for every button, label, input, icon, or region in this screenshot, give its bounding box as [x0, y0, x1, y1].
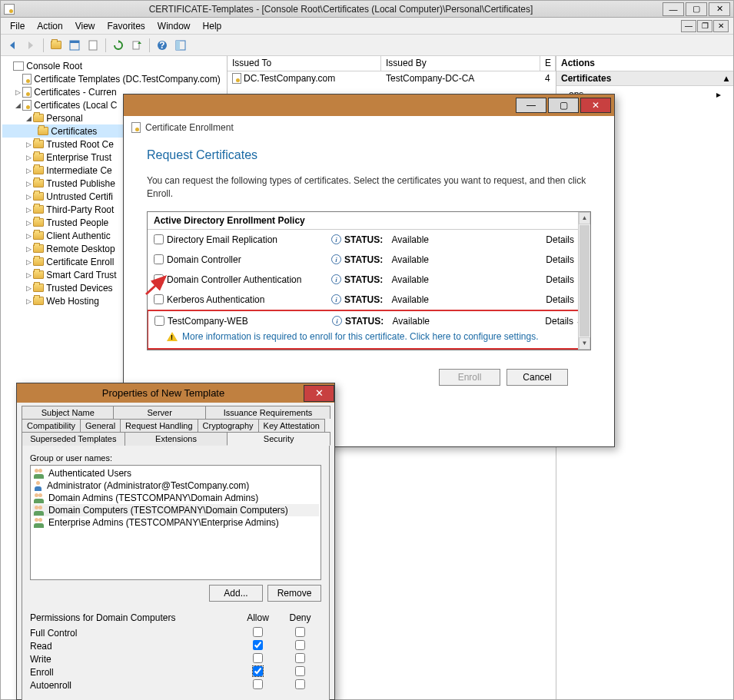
allow-checkbox[interactable] [253, 640, 263, 650]
menu-view[interactable]: View [69, 19, 101, 33]
allow-checkbox[interactable] [253, 627, 263, 637]
info-icon [331, 234, 341, 244]
user-row[interactable]: Authenticated Users [32, 467, 319, 479]
perm-row: Autoenroll [30, 678, 321, 692]
col-issued-by[interactable]: Issued By [381, 56, 540, 71]
users-icon [34, 506, 45, 516]
child-restore-button[interactable]: ❐ [697, 20, 712, 32]
collapse-icon: ▴ [724, 73, 729, 84]
minimize-button[interactable]: — [663, 2, 684, 16]
toolbar: ? [1, 35, 733, 56]
cancel-button[interactable]: Cancel [506, 369, 568, 386]
tab-issuance[interactable]: Issuance Requirements [205, 406, 330, 419]
user-row[interactable]: Domain Computers (TESTCOMPANY\Domain Com… [32, 504, 319, 516]
deny-checkbox[interactable] [295, 640, 305, 650]
user-row[interactable]: Enterprise Admins (TESTCOMPANY\Enterpris… [32, 516, 319, 529]
details-toggle[interactable]: Details⌄ [490, 316, 583, 327]
export-button[interactable] [128, 37, 145, 54]
cert-checkbox[interactable] [154, 254, 164, 264]
scroll-thumb[interactable] [580, 225, 590, 337]
users-list[interactable]: Authenticated Users Administrator (Admin… [30, 465, 321, 580]
options-button[interactable] [172, 37, 189, 54]
details-toggle[interactable]: Details⌄ [490, 294, 584, 305]
properties-titlebar[interactable]: Properties of New Template ✕ [17, 383, 334, 403]
scroll-down-button[interactable]: ▼ [579, 337, 590, 350]
tab-subject-name[interactable]: Subject Name [22, 406, 114, 419]
back-button[interactable] [4, 37, 21, 54]
dialog-maximize-button[interactable]: ▢ [548, 98, 579, 113]
tab-key-attestation[interactable]: Key Attestation [258, 419, 325, 432]
allow-checkbox[interactable] [253, 653, 263, 663]
tree-cert-templates[interactable]: Certificate Templates (DC.TestCompany.co… [2, 72, 225, 85]
export-list-button[interactable] [85, 37, 101, 54]
show-hide-tree-button[interactable] [66, 37, 83, 54]
tab-security[interactable]: Security [227, 432, 330, 446]
cert-row[interactable]: TestCompany-WEB STATUS: Available Detail… [148, 311, 590, 331]
enrollment-subtitle: Certificate Enrollment [124, 116, 614, 139]
properties-close-button[interactable]: ✕ [304, 385, 334, 402]
enroll-button[interactable]: Enroll [439, 369, 500, 386]
deny-checkbox[interactable] [295, 627, 305, 637]
menu-action[interactable]: Action [31, 19, 68, 33]
cert-icon [232, 73, 241, 84]
col-e[interactable]: E [540, 56, 556, 71]
dialog-minimize-button[interactable]: — [516, 98, 546, 113]
list-header: Issued To Issued By E [228, 56, 556, 71]
scroll-up-button[interactable]: ▲ [579, 212, 590, 224]
col-issued-to[interactable]: Issued To [228, 56, 381, 71]
forward-button[interactable] [22, 37, 39, 54]
tab-request-handling[interactable]: Request Handling [120, 419, 198, 432]
cert-checkbox[interactable] [154, 316, 164, 326]
tab-compatibility[interactable]: Compatibility [22, 419, 81, 432]
tab-superseded[interactable]: Superseded Templates [22, 432, 125, 446]
chevron-right-icon: ▸ [716, 89, 721, 100]
allow-checkbox[interactable] [253, 679, 263, 689]
details-toggle[interactable]: Details⌄ [490, 254, 584, 265]
cert-row[interactable]: Kerberos Authentication STATUS: Availabl… [148, 290, 590, 310]
tab-cryptography[interactable]: Cryptography [198, 419, 259, 432]
close-button[interactable]: ✕ [709, 2, 730, 16]
cert-checkbox[interactable] [154, 294, 164, 304]
refresh-button[interactable] [110, 37, 127, 54]
details-toggle[interactable]: Details⌄ [490, 234, 584, 245]
up-button[interactable] [48, 37, 65, 54]
help-button[interactable]: ? [154, 37, 171, 54]
user-row[interactable]: Domain Admins (TESTCOMPANY\Domain Admins… [32, 492, 319, 504]
enrollment-titlebar[interactable]: — ▢ ✕ [124, 95, 614, 116]
users-icon [34, 469, 45, 479]
details-toggle[interactable]: Details⌄ [490, 274, 584, 285]
tree-console-root[interactable]: Console Root [2, 59, 225, 72]
deny-checkbox[interactable] [295, 653, 305, 663]
tab-extensions[interactable]: Extensions [125, 432, 228, 446]
deny-checkbox[interactable] [295, 679, 305, 689]
scrollbar[interactable]: ▲ ▼ [578, 212, 590, 350]
cert-checkbox[interactable] [154, 274, 164, 284]
tab-server[interactable]: Server [113, 406, 205, 419]
actions-subheader[interactable]: Certificates▴ [556, 71, 733, 86]
menu-favorites[interactable]: Favorites [101, 19, 151, 33]
allow-checkbox[interactable] [253, 666, 263, 676]
user-row[interactable]: Administrator (Administrator@TestCompany… [32, 479, 319, 492]
remove-button[interactable]: Remove [267, 585, 321, 602]
cert-row[interactable]: Directory Email Replication STATUS: Avai… [148, 230, 590, 250]
child-minimize-button[interactable]: — [681, 20, 696, 32]
more-info-row: More information is required to enroll f… [148, 331, 590, 343]
add-button[interactable]: Add... [209, 585, 263, 602]
list-row[interactable]: DC.TestCompany.com TestCompany-DC-CA 4 [228, 71, 556, 85]
cert-row[interactable]: Domain Controller Authentication STATUS:… [148, 270, 590, 290]
child-close-button[interactable]: ✕ [713, 20, 729, 32]
svg-rect-6 [133, 41, 139, 49]
cert-row[interactable]: Domain Controller STATUS: Available Deta… [148, 250, 590, 270]
maximize-button[interactable]: ▢ [686, 2, 707, 16]
menu-help[interactable]: Help [197, 19, 228, 33]
tab-general[interactable]: General [80, 419, 121, 432]
menu-file[interactable]: File [4, 19, 31, 33]
more-info-link[interactable]: More information is required to enroll f… [182, 331, 539, 342]
svg-marker-0 [10, 41, 15, 49]
menu-window[interactable]: Window [151, 19, 197, 33]
svg-rect-3 [70, 41, 79, 43]
dialog-close-button[interactable]: ✕ [580, 98, 611, 113]
deny-checkbox[interactable] [295, 666, 305, 676]
cert-checkbox[interactable] [154, 234, 164, 244]
main-titlebar: CERTIFICATE-Templates - [Console Root\Ce… [1, 1, 733, 18]
